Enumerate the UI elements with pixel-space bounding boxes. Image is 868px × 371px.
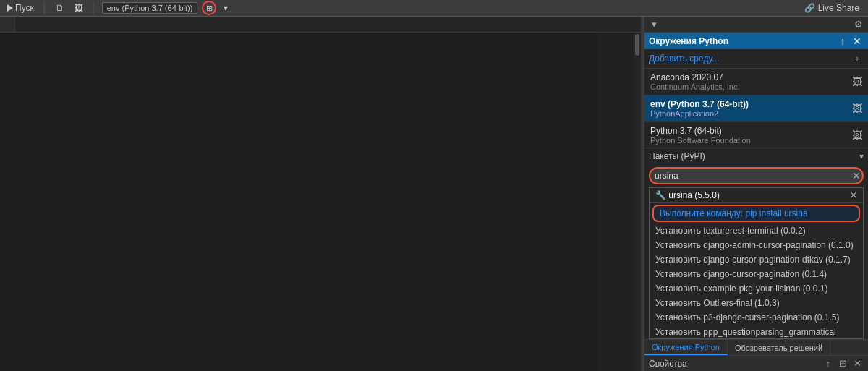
dropdown-item-1-label: Установить texturerest-terminal (0.0.2) bbox=[655, 226, 806, 236]
env-actions-bar: Добавить среду... + bbox=[644, 49, 868, 69]
dropdown-item-2-label: Установить django-admin-cursor-paginatio… bbox=[655, 240, 854, 250]
grid-icon-container: ⊞ bbox=[202, 1, 216, 15]
run-button[interactable]: Пуск bbox=[4, 1, 37, 14]
dropdown-first-close-btn[interactable]: ✕ bbox=[850, 190, 857, 200]
tab-python-env[interactable]: Окружения Python bbox=[644, 340, 728, 355]
env-actions-close-btn[interactable]: + bbox=[851, 52, 864, 65]
properties-pin-btn[interactable]: ↑ bbox=[822, 357, 835, 370]
toolbar-left: Пуск │ 🗋 🖼 │ env (Python 3.7 (64-bit)) ⊞… bbox=[4, 1, 231, 15]
env-item-active-name: env (Python 3.7 (64-bit)) bbox=[650, 99, 749, 109]
editor-tab[interactable] bbox=[0, 17, 15, 32]
tab-solution-explorer[interactable]: Обозреватель решений bbox=[728, 340, 830, 355]
properties-actions: ↑ ⊞ ✕ bbox=[822, 357, 864, 370]
main-area: ▾ ⚙ Окружения Python ↑ ✕ Добавить среду.… bbox=[0, 17, 868, 371]
top-toolbar: Пуск │ 🗋 🖼 │ env (Python 3.7 (64-bit)) ⊞… bbox=[0, 0, 868, 17]
env-panel-pin-btn[interactable]: ↑ bbox=[836, 35, 849, 48]
play-icon bbox=[7, 4, 13, 12]
env-item-py37[interactable]: Python 3.7 (64-bit) Python Software Foun… bbox=[644, 122, 868, 148]
env-panel-close-btn[interactable]: ✕ bbox=[851, 35, 864, 48]
properties-close-btn[interactable]: ✕ bbox=[851, 357, 864, 370]
panel-settings-btn[interactable]: ⚙ bbox=[852, 18, 865, 31]
editor-content bbox=[0, 33, 641, 371]
dropdown-arrow-btn[interactable]: ▾ bbox=[221, 1, 231, 14]
env-item-py37-info: Python 3.7 (64-bit) Python Software Foun… bbox=[650, 126, 751, 145]
image-icon-btn[interactable]: 🖼 bbox=[72, 1, 86, 14]
dropdown-pip-label: Выполните команду: pip install ursina bbox=[660, 208, 808, 218]
dropdown-first-item[interactable]: 🔧 ursina (5.5.0) ✕ bbox=[650, 188, 863, 203]
editor-minimap bbox=[597, 33, 634, 371]
env-item-py37-icon: 🖼 bbox=[852, 129, 862, 141]
separator1: │ bbox=[41, 1, 48, 14]
env-item-py37-sub: Python Software Foundation bbox=[650, 136, 751, 145]
search-clear-button[interactable]: ✕ bbox=[852, 170, 861, 182]
panel-top-bar: ▾ ⚙ bbox=[644, 17, 868, 33]
dropdown-item-5[interactable]: Установить example-pkg-your-lisinan (0.0… bbox=[650, 281, 863, 296]
tab-python-env-label: Окружения Python bbox=[652, 343, 720, 351]
tab-solution-explorer-label: Обозреватель решений bbox=[735, 344, 822, 352]
dropdown-item-7-label: Установить p3-django-curser-pagination (… bbox=[655, 312, 839, 323]
env-panel: Окружения Python ↑ ✕ Добавить среду... +… bbox=[644, 33, 868, 371]
env-item-py37-name: Python 3.7 (64-bit) bbox=[650, 126, 751, 136]
separator2: │ bbox=[90, 1, 98, 14]
live-share-label: Live Share bbox=[818, 3, 859, 13]
properties-label: Свойства bbox=[649, 359, 687, 369]
dropdown-item-6[interactable]: Установить Outliers-final (1.0.3) bbox=[650, 296, 863, 310]
properties-bar: Свойства ↑ ⊞ ✕ bbox=[644, 355, 868, 371]
dropdown-item-7[interactable]: Установить p3-django-curser-pagination (… bbox=[650, 310, 863, 325]
search-container: ✕ bbox=[649, 167, 864, 184]
grid-icon-btn[interactable]: ⊞ bbox=[202, 1, 216, 15]
env-item-active[interactable]: env (Python 3.7 (64-bit)) PythonApplicat… bbox=[644, 95, 868, 122]
dropdown-item-1[interactable]: Установить texturerest-terminal (0.0.2) bbox=[650, 223, 863, 238]
env-item-anaconda-name: Anaconda 2020.07 bbox=[650, 72, 740, 82]
dropdown-pip-install[interactable]: Выполните команду: pip install ursina bbox=[652, 205, 860, 222]
dropdown-item-8-label: Установить ppp_questionparsing_grammatic… bbox=[655, 327, 857, 339]
dropdown-item-2[interactable]: Установить django-admin-cursor-paginatio… bbox=[650, 238, 863, 252]
editor-tab-bar bbox=[0, 17, 641, 33]
env-item-active-info: env (Python 3.7 (64-bit)) PythonApplicat… bbox=[650, 99, 749, 118]
env-panel-header: Окружения Python ↑ ✕ bbox=[644, 33, 868, 49]
packages-label: Пакеты (PyPI) bbox=[649, 151, 705, 161]
dropdown-list: 🔧 ursina (5.5.0) ✕ Выполните команду: pi… bbox=[649, 187, 864, 339]
env-item-anaconda[interactable]: Anaconda 2020.07 Continuum Analytics, In… bbox=[644, 69, 868, 95]
live-share-button[interactable]: 🔗 Live Share bbox=[800, 1, 864, 14]
env-item-anaconda-sub: Continuum Analytics, Inc. bbox=[650, 82, 740, 91]
run-label: Пуск bbox=[15, 3, 34, 13]
dropdown-item-6-label: Установить Outliers-final (1.0.3) bbox=[655, 298, 780, 308]
env-list: Anaconda 2020.07 Continuum Analytics, In… bbox=[644, 69, 868, 148]
env-badge[interactable]: env (Python 3.7 (64-bit)) bbox=[102, 2, 198, 14]
env-item-active-sub: PythonApplication2 bbox=[650, 109, 749, 118]
dropdown-item-3[interactable]: Установить django-cursor-pagination-dtka… bbox=[650, 252, 863, 267]
env-panel-title: Окружения Python bbox=[649, 36, 728, 46]
env-panel-actions: ↑ ✕ bbox=[836, 35, 864, 48]
live-share-icon: 🔗 bbox=[804, 3, 815, 13]
dropdown-first-item-label: 🔧 ursina (5.5.0) bbox=[655, 190, 720, 200]
editor-scrollbar[interactable] bbox=[634, 33, 641, 371]
add-env-button[interactable]: Добавить среду... bbox=[649, 54, 719, 64]
dropdown-item-4-label: Установить django-cursor-pagination (0.1… bbox=[655, 269, 827, 279]
env-item-anaconda-icon: 🖼 bbox=[852, 76, 862, 88]
file-icon-btn[interactable]: 🗋 bbox=[53, 1, 67, 14]
editor-area bbox=[0, 17, 641, 371]
packages-header: Пакеты (PyPI) ▾ bbox=[644, 148, 868, 164]
dropdown-item-8[interactable]: Установить ppp_questionparsing_grammatic… bbox=[650, 325, 863, 339]
packages-dropdown-icon: ▾ bbox=[859, 151, 864, 161]
search-input[interactable] bbox=[649, 167, 864, 184]
env-item-anaconda-info: Anaconda 2020.07 Continuum Analytics, In… bbox=[650, 72, 740, 91]
env-item-active-icon: 🖼 bbox=[852, 103, 862, 114]
dropdown-item-3-label: Установить django-cursor-pagination-dtka… bbox=[655, 255, 851, 265]
properties-dock-btn[interactable]: ⊞ bbox=[836, 357, 849, 370]
dropdown-item-4[interactable]: Установить django-cursor-pagination (0.1… bbox=[650, 267, 863, 281]
packages-section: Пакеты (PyPI) ▾ ✕ 🔧 ursina (5.5.0) ✕ bbox=[644, 148, 868, 339]
editor-scrollbar-thumb bbox=[635, 34, 639, 56]
toolbar-right: 🔗 Live Share bbox=[800, 1, 864, 14]
dropdown-item-5-label: Установить example-pkg-your-lisinan (0.0… bbox=[655, 283, 827, 294]
right-panel: ▾ ⚙ Окружения Python ↑ ✕ Добавить среду.… bbox=[644, 17, 868, 371]
panel-dropdown-btn[interactable]: ▾ bbox=[647, 18, 660, 31]
bottom-tabs: Окружения Python Обозреватель решений bbox=[644, 339, 868, 355]
